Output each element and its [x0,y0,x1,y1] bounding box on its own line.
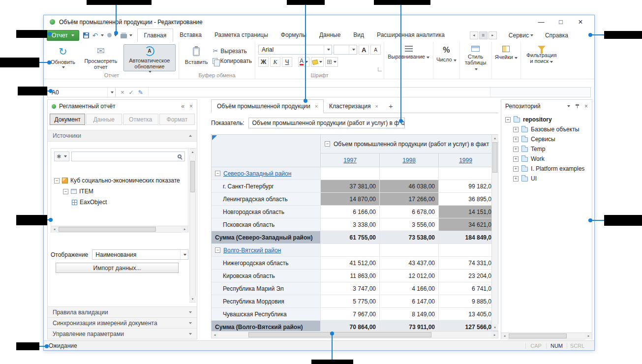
close-panel-icon[interactable]: × [584,103,588,110]
save-button[interactable] [83,32,89,38]
source-search-input[interactable] [71,152,185,161]
data-cell[interactable]: 43 437,00 [380,257,439,269]
data-cell[interactable]: 3 556,00 [380,218,439,231]
data-cell[interactable] [439,244,492,256]
ribbon-tab[interactable]: Разметка страницы [208,29,275,42]
region-link[interactable]: Северо-Западный район [223,170,291,177]
number-button[interactable]: Число [436,57,457,62]
expand-icon[interactable]: + [513,176,519,182]
scroll-up-icon[interactable]: ▴ [492,135,498,141]
grow-font-button[interactable]: A [359,45,369,55]
left-panel-tab[interactable]: Формат [159,114,195,125]
row-header-cell[interactable]: Сумма (Северо-Западный район) [212,231,321,243]
table-vertical-scrollbar[interactable]: ▴ ▾ [491,135,498,331]
settings-button[interactable]: ✱ [54,152,69,161]
left-panel-tab[interactable]: Отметка [123,114,158,125]
data-cell[interactable]: 36 895,0 [439,193,492,205]
ribbon-tab[interactable]: Главная [137,29,174,42]
collapse-icon[interactable]: − [505,117,511,122]
repository-tree-item[interactable]: +Сервисы [505,134,592,144]
ribbon-tab[interactable]: Формулы [275,29,313,42]
data-cell[interactable] [321,244,380,256]
close-icon[interactable]: × [375,103,378,109]
collapse-icon[interactable]: − [63,189,68,194]
row-header-cell[interactable]: Нижегородская область [212,257,321,269]
data-cell[interactable]: 6 147,00 [380,295,439,307]
data-cell[interactable]: 6 741,0 [439,282,492,295]
data-cell[interactable]: 7 967,00 [321,308,380,320]
data-cell[interactable]: 8 149,00 [380,308,439,320]
collapse-icon[interactable]: − [325,141,330,147]
auto-update-toggle[interactable]: А Автоматическое обновление [123,44,176,71]
data-cell[interactable]: 34 621,0 [439,218,492,231]
scroll-down-icon[interactable]: ▾ [189,296,196,302]
data-cell[interactable]: 41 512,00 [321,257,380,269]
sources-horizontal-scrollbar[interactable]: ◂ ▸ [51,226,188,232]
underline-button[interactable]: Ч [282,57,292,67]
row-header-cell[interactable]: −Северо-Западный район [212,167,321,180]
data-cell[interactable]: 5 775,00 [321,295,380,307]
cancel-icon[interactable]: × [121,89,124,96]
year-header-cell[interactable]: 1999 [439,153,492,167]
fill-color-button[interactable] [311,57,324,67]
tree-item[interactable]: EaxObject [54,197,188,208]
repository-tree-item[interactable]: +Базовые объекты [505,124,592,134]
document-tab[interactable]: Кластеризация× [324,99,384,113]
chevron-down-icon[interactable] [567,105,570,107]
row-header-cell[interactable]: Псковская область [212,218,321,231]
scroll-up-icon[interactable]: ▴ [189,149,196,155]
collapsed-section-header[interactable]: Синхронизация измерений документа [48,317,197,328]
nav-menu-button[interactable]: ≡ [479,31,488,39]
tree-item[interactable]: −Куб социально-экономических показате [54,175,188,186]
ribbon-tab[interactable]: Вид [347,29,370,42]
data-cell[interactable]: 4 166,00 [380,282,439,295]
expand-icon[interactable]: + [513,147,519,152]
repository-horizontal-scrollbar[interactable]: ◂ ▸ [501,333,592,339]
scrollbar-thumb[interactable] [59,227,156,232]
data-cell[interactable] [321,167,380,180]
data-cell[interactable]: 23 204,0 [439,270,492,282]
data-cell[interactable]: 74 331,0 [439,257,492,269]
scroll-right-icon[interactable]: ▸ [182,226,188,233]
confirm-icon[interactable]: ✓ [129,89,134,96]
bold-button[interactable]: Ж [258,57,269,67]
menu-help[interactable]: Справка [545,32,568,39]
minimize-button[interactable]: — [531,16,551,28]
display-mode-combo[interactable]: Наименования [92,249,188,260]
report-menu-button[interactable]: Отчет [47,30,79,41]
data-cell[interactable]: 73 538,00 [380,231,439,243]
repository-root-item[interactable]: −repository [505,115,592,124]
data-cell[interactable]: 17 266,00 [380,193,439,205]
left-panel-vertical-scrollbar[interactable]: ▴ ▾ [189,148,196,303]
cut-button[interactable]: ✂Вырезать [213,47,252,55]
data-cell[interactable]: 14 151,0 [439,206,492,218]
font-size-combo[interactable] [334,45,357,55]
data-cell[interactable]: 13 405,0 [439,308,492,320]
maximize-button[interactable]: □ [551,16,571,28]
repository-tree-item[interactable]: +UI [505,174,592,183]
collapse-icon[interactable]: − [54,178,60,183]
data-cell[interactable]: 70 864,00 [321,321,380,331]
region-link[interactable]: Волго-Вятский район [223,247,281,254]
scrollbar-thumb[interactable] [492,142,497,173]
edit-formula-icon[interactable]: ✎ [138,89,143,96]
data-cell[interactable]: 127 566,0 [439,321,492,331]
ribbon-tab[interactable]: Данные [313,29,347,42]
italic-button[interactable]: К [270,57,280,67]
copy-button[interactable]: Копировать [213,58,252,64]
font-color-button[interactable]: А [298,57,309,67]
data-cell[interactable]: 11 863,00 [321,270,380,282]
filter-search-button[interactable]: Фильтрация и поиск [524,52,559,64]
sources-section-header[interactable]: Источники [48,130,197,142]
nav-left-button[interactable]: ◂ [470,31,478,39]
formula-input[interactable] [149,88,490,97]
data-cell[interactable]: 37 381,00 [321,180,380,192]
preview-report-button[interactable]: ✉Просмотреть отчет [80,44,122,71]
tree-item[interactable]: −ITEM [54,186,188,197]
menu-service[interactable]: Сервис [509,32,533,39]
pin-icon[interactable] [575,104,580,109]
scroll-left-icon[interactable]: ◂ [51,226,58,233]
data-cell[interactable]: 14 870,00 [321,193,380,205]
expand-icon[interactable]: + [513,137,519,142]
data-cell[interactable]: 9 885,0 [439,295,492,307]
